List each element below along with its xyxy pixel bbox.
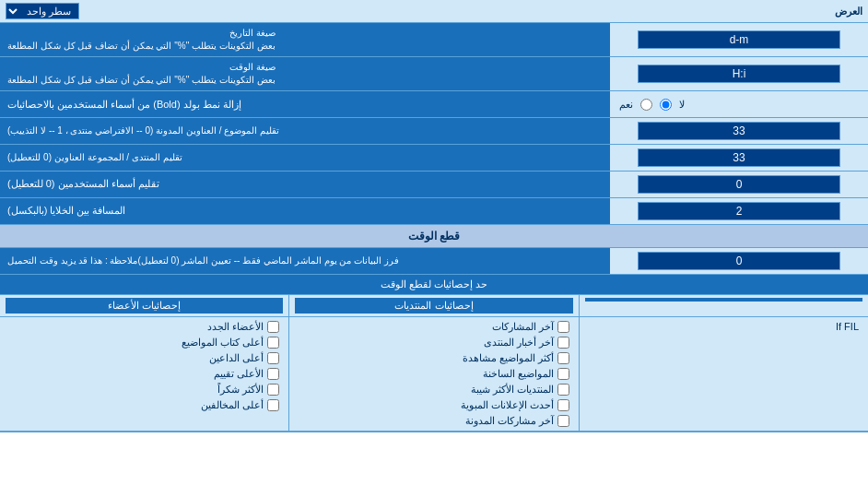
radio-no-label: لا [679,99,685,111]
col3-title [585,298,862,302]
time-format-label: صيغة الوقتبعض التكوينات يتطلب "%" التي ي… [0,57,610,90]
topic-trim-label: تقليم الموضوع / العناوين المدونة (0 -- ا… [0,118,610,144]
cell-spacing-input[interactable] [638,202,840,220]
col1-checkbox-1[interactable] [267,321,279,333]
limit-label: حد إحصائيات لقطع الوقت [0,275,868,294]
col3-item-1: If FIL [587,320,861,333]
col2-checkbox-7[interactable] [557,415,569,427]
forum-trim-label: تقليم المنتدى / المجموعة العناوين (0 للت… [0,145,610,171]
col1-checkbox-6[interactable] [267,399,279,411]
time-format-input-cell [610,57,868,90]
bold-no-radio[interactable] [660,99,672,111]
bold-yes-radio[interactable] [640,99,652,111]
col2-checkbox-2[interactable] [557,337,569,349]
username-trim-label: تقليم أسماء المستخدمين (0 للتعطيل) [0,172,610,197]
cutoff-section-header: قطع الوقت [0,225,868,248]
col1-items: الأعضاء الجدد أعلى كتاب المواضيع أعلى ال… [0,317,288,431]
cutoff-input-cell [610,248,868,274]
topic-trim-input-cell [610,118,868,144]
col2-title: إحصائيات المنتديات [295,298,572,314]
col2-items: آخر المشاركات آخر أخبار المنتدى أكثر الم… [288,317,578,431]
col1-checkbox-5[interactable] [267,384,279,396]
col2-item-7[interactable]: آخر مشاركات المدونة [297,414,570,428]
col2-item-1[interactable]: آخر المشاركات [297,320,570,334]
col2-checkbox-5[interactable] [557,384,569,396]
col1-checkbox-4[interactable] [267,368,279,380]
col3-items: If FIL [579,317,868,431]
username-trim-input-cell [610,172,868,197]
col1-item-4[interactable]: الأعلى تقييم [7,367,281,381]
col1-item-1[interactable]: الأعضاء الجدد [7,320,281,334]
bold-remove-label: إزالة نمط بولد (Bold) من أسماء المستخدمي… [0,91,610,117]
date-format-input[interactable] [638,30,840,49]
col1-item-6[interactable]: أعلى المخالفين [7,398,281,412]
col2-item-5[interactable]: المنتديات الأكثر شيبة [297,383,570,396]
radio-yes-label: نعم [619,99,633,111]
col2-checkbox-1[interactable] [557,321,569,333]
col2-checkbox-6[interactable] [557,399,569,411]
cell-spacing-label: المسافة بين الخلايا (بالبكسل) [0,198,610,224]
cell-spacing-input-cell [610,198,868,224]
col1-checkbox-3[interactable] [267,352,279,364]
col1-item-2[interactable]: أعلى كتاب المواضيع [7,336,281,349]
col2-item-3[interactable]: أكثر المواضيع مشاهدة [297,351,570,365]
col3-header [579,295,868,316]
col1-checkbox-2[interactable] [267,337,279,349]
bold-remove-radio-cell: لا نعم [610,96,868,113]
cutoff-input[interactable] [638,252,840,270]
col2-header: إحصائيات المنتديات [288,295,578,316]
col2-item-4[interactable]: المواضيع الساخنة [297,367,570,381]
date-format-input-cell [610,23,868,56]
forum-trim-input[interactable] [638,148,840,167]
time-format-input[interactable] [638,65,840,83]
forum-trim-input-cell [610,145,868,171]
cutoff-label: فرز البيانات من يوم الماشر الماضي فقط --… [0,248,610,274]
username-trim-input[interactable] [638,175,840,194]
date-format-label: صيغة التاريخبعض التكوينات يتطلب "%" التي… [0,23,610,56]
col2-item-2[interactable]: آخر أخبار المنتدى [297,336,570,349]
col1-item-5[interactable]: الأكثر شكراً [7,383,281,396]
topic-trim-input[interactable] [638,122,840,140]
col2-item-6[interactable]: أحدث الإعلانات المبوية [297,398,570,412]
col1-title: إحصائيات الأعضاء [6,298,283,314]
col2-checkbox-3[interactable] [557,352,569,364]
col2-checkbox-4[interactable] [557,368,569,380]
col1-header: إحصائيات الأعضاء [0,295,288,316]
view-select[interactable]: سطر واحد سطرين ثلاثة أسطر [6,3,79,19]
col1-item-3[interactable]: أعلى الداعين [7,351,281,365]
display-label: العرض [835,6,862,18]
